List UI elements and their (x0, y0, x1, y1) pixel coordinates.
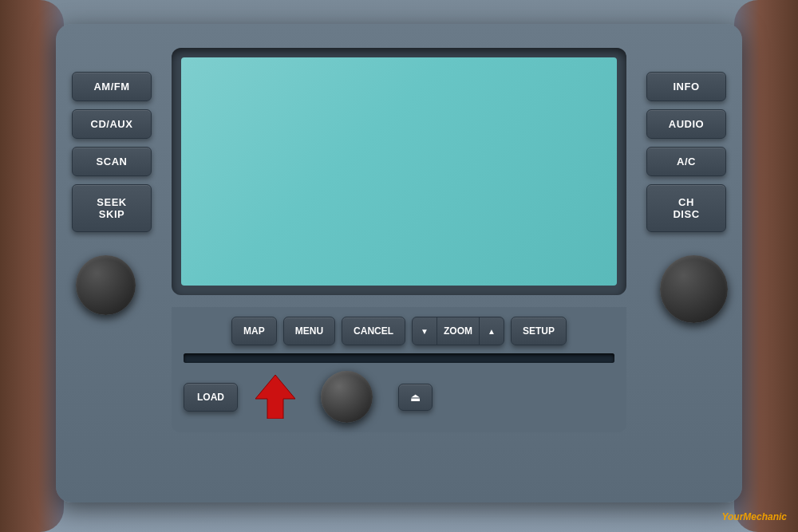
bottom-row: LOAD ⏏ (184, 371, 614, 423)
map-button[interactable]: MAP (231, 317, 277, 345)
left-knob[interactable] (76, 255, 136, 315)
ac-button[interactable]: A/C (646, 147, 726, 176)
zoom-label: ZOOM (437, 317, 480, 345)
zoom-up-button[interactable]: ▲ (480, 319, 504, 344)
zoom-control: ▼ ZOOM ▲ (412, 317, 504, 345)
lower-control-panel: MAP MENU CANCEL ▼ ZOOM ▲ SETUP LOAD ⏏ (172, 307, 626, 432)
center-dial[interactable] (321, 371, 373, 423)
load-button[interactable]: LOAD (184, 383, 238, 412)
right-panel (734, 0, 798, 532)
right-knob[interactable] (660, 255, 728, 323)
watermark-suffix: Mechanic (743, 511, 787, 522)
cdaux-button[interactable]: CD/AUX (72, 109, 152, 139)
eject-button[interactable]: ⏏ (398, 384, 433, 411)
head-unit: AM/FM CD/AUX SCAN SEEK SKIP INFO AUDIO A… (56, 24, 742, 502)
info-button[interactable]: INFO (646, 72, 726, 101)
zoom-down-button[interactable]: ▼ (413, 319, 437, 344)
screen-bezel (172, 48, 626, 295)
left-button-group: AM/FM CD/AUX SCAN SEEK SKIP (72, 72, 152, 232)
scan-button[interactable]: SCAN (72, 147, 152, 176)
right-button-group: INFO AUDIO A/C CH DISC (646, 72, 726, 232)
watermark-prefix: Your (721, 511, 743, 522)
amfm-button[interactable]: AM/FM (72, 72, 152, 101)
display-screen (181, 57, 617, 286)
setup-button[interactable]: SETUP (511, 317, 567, 345)
seekskip-button[interactable]: SEEK SKIP (72, 184, 152, 232)
audio-button[interactable]: AUDIO (646, 109, 726, 139)
watermark: YourMechanic (721, 511, 787, 522)
chdisc-button[interactable]: CH DISC (646, 184, 726, 232)
cancel-button[interactable]: CANCEL (342, 317, 405, 345)
left-panel (0, 0, 64, 532)
nav-buttons-row: MAP MENU CANCEL ▼ ZOOM ▲ SETUP (184, 317, 614, 345)
cd-slot (184, 353, 614, 363)
red-arrow-indicator (255, 375, 295, 419)
menu-button[interactable]: MENU (283, 317, 335, 345)
svg-marker-0 (255, 375, 295, 419)
